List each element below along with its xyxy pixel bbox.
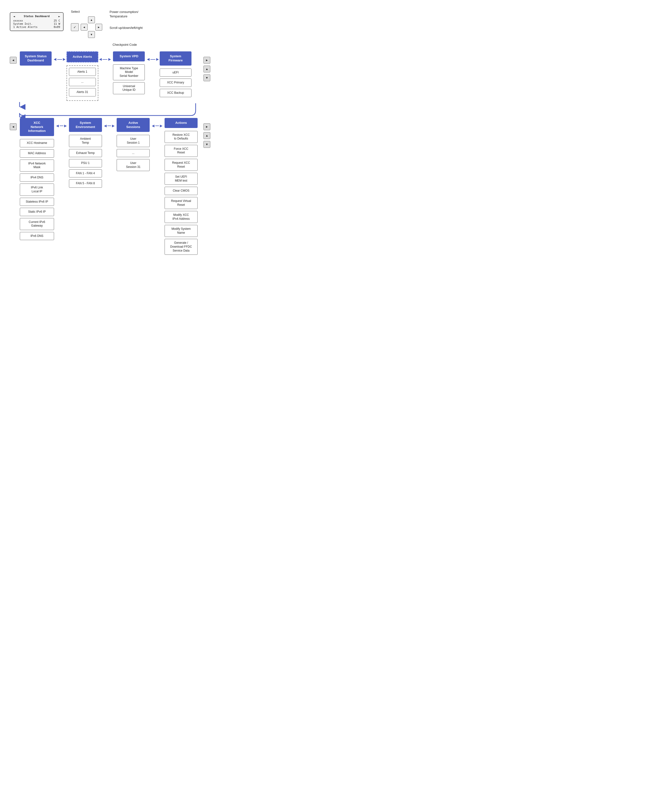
lcd-row2-value: 11 W	[54, 22, 60, 26]
arrow-r2-3: ◄ ►	[151, 123, 163, 128]
row2-right-nav[interactable]: ►	[204, 123, 210, 130]
col-active-alerts: Active Alerts Alerts 1 ... Alerts 31	[66, 51, 98, 101]
active-sessions-box: ActiveSessions	[117, 118, 150, 132]
sessions-ellipsis: ...	[117, 149, 150, 157]
action-restore-xcc: Restore XCCto Defaults	[165, 131, 197, 143]
col-actions: Actions Restore XCCto Defaults Force XCC…	[163, 118, 199, 257]
arrow-r2-2: ◄ ►	[103, 123, 116, 128]
nav-left-button[interactable]: ◄	[81, 24, 88, 31]
lcd-left-arrow: ◄	[13, 15, 15, 18]
action-set-uefi-mem: Set UEFIMEM test	[165, 173, 197, 185]
user-session-1: UserSession 1	[117, 135, 150, 147]
top-section: ◄ Status Dashboard ► xxxxxx 25 C System …	[10, 7, 210, 38]
col-system-status-dashboard: System StatusDashboard	[19, 51, 53, 66]
static-ipv6: Static IPv6 IP	[20, 208, 54, 216]
action-clear-cmos: Clear CMOS	[165, 187, 197, 195]
col-xcc-network: XCCNetworkInformation XCC Hostname MAC A…	[19, 118, 55, 242]
system-firmware-box: SystemFirmware	[160, 51, 192, 66]
vpd-uuid: UniversalUnique ID	[113, 82, 145, 94]
xcc-hostname: XCC Hostname	[20, 139, 54, 147]
col-system-firmware: SystemFirmware uEFI XCC Primary XCC Back…	[160, 51, 192, 99]
checkpoint-annotation: Checkpoint Code	[39, 43, 210, 46]
ipv6-dns: IPv6 DNS	[20, 232, 54, 241]
active-alerts-box: Active Alerts	[66, 51, 98, 62]
lcd-row1-value: 25 C	[54, 19, 60, 22]
firmware-xcc-backup: XCC Backup	[160, 89, 192, 97]
current-ipv6-gateway: Current IPv6Gateway	[20, 218, 54, 230]
col-active-sessions: ActiveSessions UserSession 1 ... UserSes…	[116, 118, 151, 173]
action-generate-ffdc: Generate /Download FFDCService Data	[165, 239, 197, 255]
select-label: Select	[71, 10, 80, 14]
ipv6-link-local: IPv6 LinkLocal IP	[20, 184, 54, 196]
arrow-1: ◄ ►	[53, 57, 66, 62]
vpd-machine-type: Machine TypeModelSerial Number	[113, 64, 145, 80]
diagram-row2: ◄ XCCNetworkInformation XCC Hostname MAC…	[10, 118, 210, 257]
action-modify-name: Modify SystemName	[165, 225, 197, 237]
row1-down-nav[interactable]: ▼	[204, 74, 210, 81]
lcd-right-arrow: ►	[58, 15, 60, 18]
lcd-row2-label: System Init.	[13, 22, 32, 26]
row2-down-nav[interactable]: ▼	[204, 141, 210, 148]
alert-ellipsis: ...	[69, 78, 96, 86]
nav-down-button[interactable]: ▼	[88, 31, 95, 38]
actions-box: Actions	[165, 118, 197, 128]
alert-1: Alerts 1	[69, 68, 96, 76]
row1-right-nav[interactable]: ►	[204, 57, 210, 64]
action-request-xcc-reset: Request XCCReset	[165, 159, 197, 171]
row1-left-nav[interactable]: ◄	[10, 57, 17, 64]
arrow-3: ◄ ►	[146, 57, 160, 62]
exhaust-temp: Exhaust Temp	[69, 149, 102, 157]
ipv4-network-mask: IPv4 NetworkMask	[20, 160, 54, 172]
arrow-2: ◄ ►	[98, 57, 112, 62]
action-force-xcc-reset: Force XCCReset	[165, 145, 197, 157]
nav-right-button[interactable]: ►	[95, 24, 102, 31]
power-annotation: Power consumption/ Temparature	[110, 10, 143, 19]
row1-up-nav[interactable]: ▲	[204, 66, 210, 72]
row2-left-nav[interactable]: ◄	[10, 123, 17, 130]
fan-1-4: FAN 1 - FAN 4	[69, 169, 102, 177]
fan-5-8: FAN 5 - FAN 8	[69, 179, 102, 188]
scroll-annotation: Scroll up/down/left/right	[110, 26, 143, 30]
curve-connector	[10, 102, 210, 117]
firmware-xcc-primary: XCC Primary	[160, 78, 192, 87]
action-modify-ipv4: Modify XCCIPv4 Address	[165, 211, 197, 223]
psu-1: PSU 1	[69, 159, 102, 167]
row2-up-nav[interactable]: ▲	[204, 132, 210, 139]
col-system-environment: SystemEnvironment AmbientTemp Exhaust Te…	[68, 118, 103, 190]
select-button[interactable]: ✓	[71, 23, 79, 31]
ipv4-dns: IPv4 DNS	[20, 174, 54, 182]
mac-address: MAC Address	[20, 149, 54, 158]
lcd-row3-label: 1 Active Alerts	[13, 26, 37, 29]
col-system-vpd: System VPD Machine TypeModelSerial Numbe…	[112, 51, 146, 96]
stateless-ipv6: Stateless IPv6 IP	[20, 198, 54, 206]
system-environment-box: SystemEnvironment	[69, 118, 102, 132]
lcd-screen: ◄ Status Dashboard ► xxxxxx 25 C System …	[10, 12, 64, 31]
alert-31: Alerts 31	[69, 88, 96, 96]
xcc-network-box: XCCNetworkInformation	[20, 118, 54, 136]
ambient-temp: AmbientTemp	[69, 135, 102, 147]
system-vpd-box: System VPD	[113, 51, 145, 61]
lcd-row1-label: xxxxxx	[13, 19, 23, 22]
lcd-title: Status Dashboard	[24, 15, 49, 18]
arrow-r2-1: ◄ ►	[55, 123, 68, 128]
diagram-row1: ◄ System StatusDashboard ◄ ► Active Aler…	[10, 51, 210, 101]
user-session-31: UserSession 31	[117, 159, 150, 171]
system-status-dashboard-box: System StatusDashboard	[20, 51, 52, 66]
nav-cross: ▲ ◄ ► ▼	[81, 16, 102, 38]
lcd-row3-value: 0x09	[54, 26, 60, 29]
action-request-virtual-reset: Request VirtualReset	[165, 197, 197, 209]
firmware-uefi: uEFI	[160, 68, 192, 77]
active-alerts-subitems: Alerts 1 ... Alerts 31	[66, 65, 98, 101]
nav-up-button[interactable]: ▲	[88, 16, 95, 23]
